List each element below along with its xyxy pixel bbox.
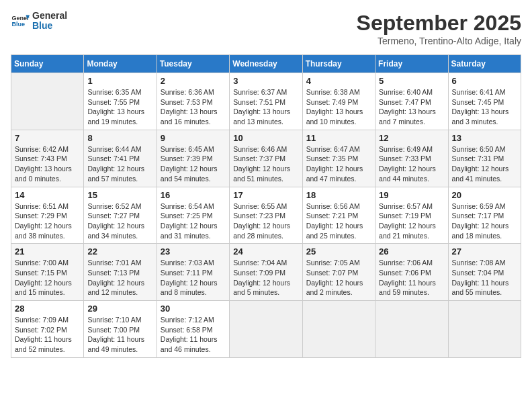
logo-text-blue: Blue	[32, 21, 67, 31]
day-number: 14	[15, 190, 80, 200]
day-number: 11	[306, 133, 371, 143]
month-title: September 2025	[357, 11, 521, 36]
svg-text:Blue: Blue	[11, 21, 25, 28]
calendar-cell: 27Sunrise: 7:08 AM Sunset: 7:04 PM Dayli…	[448, 244, 521, 301]
day-info: Sunrise: 7:01 AM Sunset: 7:13 PM Dayligh…	[87, 258, 152, 298]
logo-icon: General Blue	[11, 11, 30, 30]
calendar-cell	[448, 301, 521, 358]
day-info: Sunrise: 7:08 AM Sunset: 7:04 PM Dayligh…	[452, 258, 517, 298]
calendar-week-2: 14Sunrise: 6:51 AM Sunset: 7:29 PM Dayli…	[11, 187, 521, 244]
day-number: 9	[161, 133, 226, 143]
day-number: 30	[161, 304, 226, 314]
day-info: Sunrise: 6:37 AM Sunset: 7:51 PM Dayligh…	[233, 87, 298, 127]
calendar-cell: 21Sunrise: 7:00 AM Sunset: 7:15 PM Dayli…	[11, 244, 84, 301]
day-number: 10	[233, 133, 298, 143]
day-number: 13	[452, 133, 517, 143]
day-number: 25	[306, 246, 371, 257]
day-info: Sunrise: 7:12 AM Sunset: 6:58 PM Dayligh…	[161, 315, 226, 355]
day-number: 6	[452, 76, 517, 86]
calendar-cell: 22Sunrise: 7:01 AM Sunset: 7:13 PM Dayli…	[84, 244, 157, 301]
day-info: Sunrise: 7:03 AM Sunset: 7:11 PM Dayligh…	[161, 258, 226, 298]
day-info: Sunrise: 6:52 AM Sunset: 7:27 PM Dayligh…	[87, 201, 152, 241]
day-info: Sunrise: 6:46 AM Sunset: 7:37 PM Dayligh…	[233, 144, 298, 184]
calendar-week-0: 1Sunrise: 6:35 AM Sunset: 7:55 PM Daylig…	[11, 73, 521, 130]
day-number: 2	[161, 76, 226, 86]
header: General Blue General Blue September 2025…	[11, 11, 521, 46]
calendar-cell: 17Sunrise: 6:55 AM Sunset: 7:23 PM Dayli…	[230, 187, 302, 244]
title-area: September 2025 Termeno, Trentino-Alto Ad…	[357, 11, 521, 46]
calendar-cell: 2Sunrise: 6:36 AM Sunset: 7:53 PM Daylig…	[157, 73, 229, 130]
calendar-cell: 19Sunrise: 6:57 AM Sunset: 7:19 PM Dayli…	[375, 187, 448, 244]
day-info: Sunrise: 7:06 AM Sunset: 7:06 PM Dayligh…	[379, 258, 444, 298]
calendar-cell: 3Sunrise: 6:37 AM Sunset: 7:51 PM Daylig…	[230, 73, 302, 130]
day-number: 12	[379, 133, 444, 143]
day-info: Sunrise: 6:49 AM Sunset: 7:33 PM Dayligh…	[379, 144, 444, 184]
calendar-cell: 7Sunrise: 6:42 AM Sunset: 7:43 PM Daylig…	[11, 130, 84, 187]
calendar-cell: 5Sunrise: 6:40 AM Sunset: 7:47 PM Daylig…	[375, 73, 448, 130]
day-info: Sunrise: 6:50 AM Sunset: 7:31 PM Dayligh…	[452, 144, 517, 184]
day-number: 19	[379, 190, 444, 200]
day-number: 16	[161, 190, 226, 200]
day-number: 4	[306, 76, 371, 86]
calendar-cell: 11Sunrise: 6:47 AM Sunset: 7:35 PM Dayli…	[302, 130, 375, 187]
day-number: 29	[87, 304, 152, 314]
day-info: Sunrise: 7:10 AM Sunset: 7:00 PM Dayligh…	[87, 315, 152, 355]
logo-text-general: General	[32, 11, 67, 21]
day-number: 7	[15, 133, 80, 143]
day-number: 24	[233, 246, 298, 257]
day-info: Sunrise: 7:00 AM Sunset: 7:15 PM Dayligh…	[15, 258, 80, 298]
calendar-cell: 18Sunrise: 6:56 AM Sunset: 7:21 PM Dayli…	[302, 187, 375, 244]
calendar-header-row: SundayMondayTuesdayWednesdayThursdayFrid…	[11, 55, 521, 73]
subtitle: Termeno, Trentino-Alto Adige, Italy	[357, 36, 521, 46]
day-header-friday: Friday	[375, 55, 448, 73]
day-header-sunday: Sunday	[11, 55, 84, 73]
calendar-cell	[375, 301, 448, 358]
calendar-cell: 10Sunrise: 6:46 AM Sunset: 7:37 PM Dayli…	[230, 130, 302, 187]
day-info: Sunrise: 6:47 AM Sunset: 7:35 PM Dayligh…	[306, 144, 371, 184]
day-number: 18	[306, 190, 371, 200]
day-info: Sunrise: 6:51 AM Sunset: 7:29 PM Dayligh…	[15, 201, 80, 241]
day-info: Sunrise: 6:40 AM Sunset: 7:47 PM Dayligh…	[379, 87, 444, 127]
day-header-thursday: Thursday	[302, 55, 375, 73]
day-info: Sunrise: 6:35 AM Sunset: 7:55 PM Dayligh…	[87, 87, 152, 127]
calendar-cell: 6Sunrise: 6:41 AM Sunset: 7:45 PM Daylig…	[448, 73, 521, 130]
calendar-cell: 16Sunrise: 6:54 AM Sunset: 7:25 PM Dayli…	[157, 187, 229, 244]
day-number: 17	[233, 190, 298, 200]
day-number: 28	[15, 304, 80, 314]
calendar-cell: 14Sunrise: 6:51 AM Sunset: 7:29 PM Dayli…	[11, 187, 84, 244]
calendar-week-3: 21Sunrise: 7:00 AM Sunset: 7:15 PM Dayli…	[11, 244, 521, 301]
logo: General Blue General Blue	[11, 11, 67, 32]
day-header-tuesday: Tuesday	[157, 55, 229, 73]
day-info: Sunrise: 6:59 AM Sunset: 7:17 PM Dayligh…	[452, 201, 517, 241]
calendar-week-1: 7Sunrise: 6:42 AM Sunset: 7:43 PM Daylig…	[11, 130, 521, 187]
calendar-cell: 28Sunrise: 7:09 AM Sunset: 7:02 PM Dayli…	[11, 301, 84, 358]
day-number: 23	[161, 246, 226, 257]
day-info: Sunrise: 6:42 AM Sunset: 7:43 PM Dayligh…	[15, 144, 80, 184]
day-number: 27	[452, 246, 517, 257]
calendar-cell: 4Sunrise: 6:38 AM Sunset: 7:49 PM Daylig…	[302, 73, 375, 130]
calendar-cell: 26Sunrise: 7:06 AM Sunset: 7:06 PM Dayli…	[375, 244, 448, 301]
calendar-cell: 23Sunrise: 7:03 AM Sunset: 7:11 PM Dayli…	[157, 244, 229, 301]
calendar-cell	[302, 301, 375, 358]
calendar-cell	[230, 301, 302, 358]
day-info: Sunrise: 6:41 AM Sunset: 7:45 PM Dayligh…	[452, 87, 517, 127]
day-header-wednesday: Wednesday	[230, 55, 302, 73]
day-info: Sunrise: 7:04 AM Sunset: 7:09 PM Dayligh…	[233, 258, 298, 298]
day-info: Sunrise: 7:09 AM Sunset: 7:02 PM Dayligh…	[15, 315, 80, 355]
calendar-cell: 20Sunrise: 6:59 AM Sunset: 7:17 PM Dayli…	[448, 187, 521, 244]
calendar-cell: 30Sunrise: 7:12 AM Sunset: 6:58 PM Dayli…	[157, 301, 229, 358]
calendar-cell: 8Sunrise: 6:44 AM Sunset: 7:41 PM Daylig…	[84, 130, 157, 187]
calendar-cell: 24Sunrise: 7:04 AM Sunset: 7:09 PM Dayli…	[230, 244, 302, 301]
calendar-cell: 9Sunrise: 6:45 AM Sunset: 7:39 PM Daylig…	[157, 130, 229, 187]
day-info: Sunrise: 6:56 AM Sunset: 7:21 PM Dayligh…	[306, 201, 371, 241]
day-number: 21	[15, 246, 80, 257]
calendar-cell: 1Sunrise: 6:35 AM Sunset: 7:55 PM Daylig…	[84, 73, 157, 130]
day-info: Sunrise: 7:05 AM Sunset: 7:07 PM Dayligh…	[306, 258, 371, 298]
day-number: 20	[452, 190, 517, 200]
calendar-cell: 12Sunrise: 6:49 AM Sunset: 7:33 PM Dayli…	[375, 130, 448, 187]
day-info: Sunrise: 6:54 AM Sunset: 7:25 PM Dayligh…	[161, 201, 226, 241]
day-number: 26	[379, 246, 444, 257]
calendar-cell: 25Sunrise: 7:05 AM Sunset: 7:07 PM Dayli…	[302, 244, 375, 301]
calendar-cell	[11, 73, 84, 130]
day-info: Sunrise: 6:38 AM Sunset: 7:49 PM Dayligh…	[306, 87, 371, 127]
